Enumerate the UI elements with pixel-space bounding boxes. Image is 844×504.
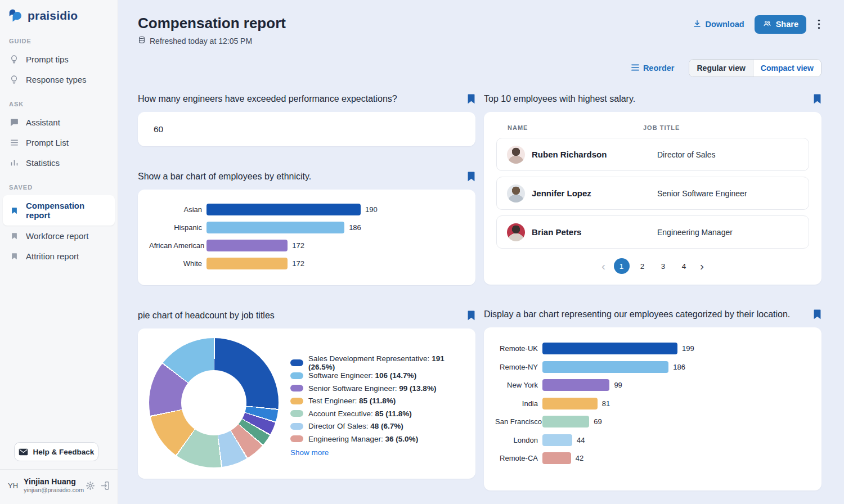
card-top-salary: Top 10 employees with highest salary. NA…: [484, 93, 821, 285]
legend-item: Senior Software Engineer: 99 (13.8%): [290, 382, 464, 395]
ethnicity-bar-chart: Asian190Hispanic186African American172Wh…: [138, 190, 475, 285]
bar-track: 81: [542, 398, 810, 410]
left-column: How many engineers have exceeded perform…: [138, 93, 475, 504]
bar: [542, 343, 677, 354]
sidebar-item-prompt-list[interactable]: Prompt List: [0, 132, 118, 152]
show-more-link[interactable]: Show more: [290, 448, 329, 457]
bar: [542, 361, 668, 373]
sidebar-item-compensation-report[interactable]: Compensation report: [3, 195, 115, 226]
bar: [206, 222, 344, 233]
bar: [542, 452, 571, 464]
employee-name: Brian Peters: [532, 227, 657, 237]
bar-track: 42: [542, 452, 810, 464]
question-text: Display a bar chart representing our emp…: [484, 309, 790, 320]
table-header: NAME JOB TITLE: [508, 124, 809, 131]
column-header-name: NAME: [508, 124, 643, 131]
bar-row: Remote-UK199: [495, 343, 810, 354]
help-feedback-button[interactable]: Help & Feedback: [14, 442, 98, 461]
bar-value-label: 172: [292, 241, 304, 250]
bookmark-icon[interactable]: [813, 93, 821, 104]
legend-color-chip: [290, 423, 303, 430]
bookmark-icon[interactable]: [467, 93, 475, 104]
legend-color-chip: [290, 435, 303, 442]
sign-out-icon[interactable]: [100, 481, 110, 490]
list-icon: [9, 137, 19, 147]
sidebar-item-workforce-report[interactable]: Workforce report: [0, 226, 118, 246]
next-page-icon[interactable]: ›: [697, 259, 707, 273]
bookmark-icon[interactable]: [467, 310, 475, 321]
avatar: [507, 184, 525, 202]
employee-job-title: Engineering Manager: [657, 228, 733, 237]
bar-track: 99: [542, 379, 810, 391]
legend-color-chip: [290, 385, 303, 392]
bar-value-label: 81: [602, 399, 610, 408]
tab-regular-view[interactable]: Regular view: [689, 60, 753, 76]
bar-track: 69: [542, 416, 810, 428]
employee-row: Ruben RichardsonDirector of Sales: [496, 138, 809, 171]
bar-value-label: 190: [365, 205, 378, 214]
database-icon: [138, 36, 146, 46]
page-button-4[interactable]: 4: [676, 258, 692, 274]
bar-row: London44: [495, 434, 810, 446]
bar-category-label: India: [495, 399, 538, 408]
user-profile: YH Yinjian Huang yinjian@praisidio.com: [0, 470, 118, 504]
logo-text: praisidio: [28, 9, 78, 22]
user-name: Yinjian Huang: [24, 477, 84, 487]
page-button-2[interactable]: 2: [635, 258, 650, 274]
lightbulb-icon: [9, 54, 19, 64]
bar: [206, 258, 288, 269]
bar-category-label: London: [495, 436, 538, 444]
bookmark-icon[interactable]: [467, 171, 475, 182]
bar-row: San Francisco69: [495, 416, 810, 428]
gear-icon[interactable]: [86, 481, 95, 490]
sidebar-item-label: Compensation report: [26, 201, 109, 220]
legend-value: 36 (5.0%): [385, 435, 419, 443]
share-button[interactable]: Share: [755, 15, 806, 34]
section-label-saved: SAVED: [0, 184, 118, 191]
legend-item: Sales Development Representative: 191 (2…: [290, 357, 464, 370]
tab-compact-view[interactable]: Compact view: [753, 60, 821, 76]
download-button[interactable]: Download: [693, 19, 744, 30]
legend-label: Senior Software Engineer: 99 (13.8%): [308, 384, 436, 393]
view-toggle: Regular view Compact view: [689, 59, 821, 77]
card-headcount-donut: pie chart of headcount by job titles Sal…: [138, 310, 475, 479]
legend-value: 48 (6.7%): [370, 422, 403, 430]
sidebar-item-prompt-tips[interactable]: Prompt tips: [0, 49, 118, 69]
bar-value-label: 186: [673, 363, 685, 371]
user-email: yinjian@praisidio.com: [24, 487, 84, 494]
bar-row: Hispanic186: [149, 222, 464, 233]
sidebar-item-response-types[interactable]: Response types: [0, 69, 118, 89]
bar-category-label: Remote-UK: [495, 344, 538, 353]
donut-hole: [181, 370, 246, 435]
bookmark-icon[interactable]: [813, 309, 821, 320]
main-content: Compensation report Refreshed today at 1…: [118, 0, 844, 504]
legend-value: 99 (13.8%): [399, 384, 436, 393]
bar-row: Asian190: [149, 204, 464, 215]
more-options-icon[interactable]: [816, 17, 821, 31]
employee-row: Jennifer LopezSenior Software Engineer: [496, 177, 809, 210]
sidebar-item-attrition-report[interactable]: Attrition report: [0, 246, 118, 266]
card-location-chart: Display a bar chart representing our emp…: [484, 309, 821, 490]
reorder-button[interactable]: Reorder: [631, 64, 675, 73]
avatar: [507, 223, 525, 241]
bar-track: 186: [542, 361, 810, 373]
user-initials: YH: [8, 482, 18, 490]
bar: [542, 434, 572, 446]
bar-row: Remote-NY186: [495, 361, 810, 373]
sidebar-item-assistant[interactable]: Assistant: [0, 112, 118, 132]
location-bar-chart: Remote-UK199Remote-NY186New York99India8…: [484, 327, 821, 490]
bar-track: 44: [542, 434, 810, 446]
reorder-label: Reorder: [643, 64, 675, 73]
legend-label: Account Executive: 85 (11.8%): [308, 410, 412, 418]
bar: [206, 240, 288, 251]
bar-value-label: 42: [576, 454, 583, 462]
app-logo[interactable]: praisidio: [0, 0, 118, 26]
bar-value-label: 44: [577, 436, 585, 444]
page-button-1[interactable]: 1: [614, 258, 630, 274]
sidebar-item-statistics[interactable]: Statistics: [0, 152, 118, 173]
bookmark-icon: [9, 231, 19, 241]
employee-row: Brian PetersEngineering Manager: [496, 215, 809, 249]
page-button-3[interactable]: 3: [656, 258, 671, 274]
prev-page-icon[interactable]: ‹: [599, 259, 609, 273]
bar: [542, 416, 589, 428]
